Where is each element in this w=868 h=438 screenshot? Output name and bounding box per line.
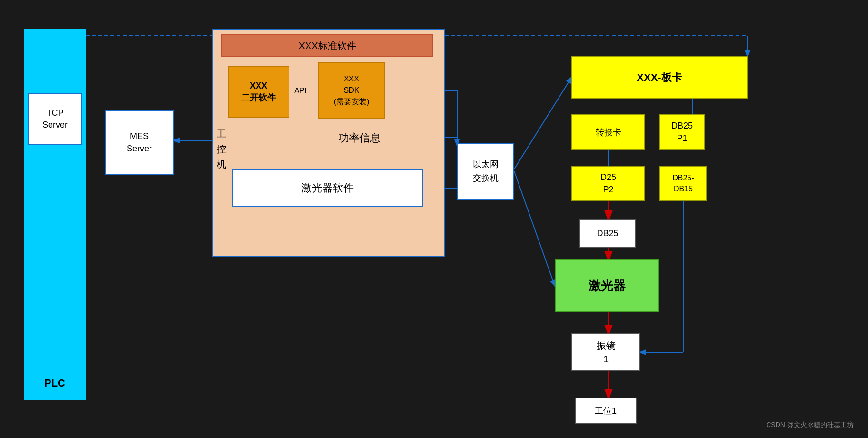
board-card-box: XXX-板卡 — [571, 56, 748, 99]
sdk-box: XXXSDK(需要安装) — [318, 62, 385, 119]
adapter-card-box: 转接卡 — [571, 114, 645, 150]
db25db15-label: DB25-DB15 — [672, 173, 694, 194]
power-info-label: 功率信息 — [339, 131, 380, 145]
laser-software-box: 激光器软件 — [232, 169, 423, 207]
eth-switch-label: 以太网交换机 — [473, 158, 499, 185]
dev-software-label: XXX二开软件 — [241, 80, 276, 104]
db25-connector-box: DB25 — [579, 219, 636, 248]
laser-software-label: 激光器软件 — [301, 181, 354, 195]
adapter-card-label: 转接卡 — [596, 127, 621, 138]
sdk-label: XXXSDK(需要安装) — [334, 73, 369, 108]
svg-line-12 — [514, 171, 555, 286]
workstation-label: 工位1 — [595, 405, 617, 417]
tcp-server-box: TCPServer — [28, 93, 82, 145]
laser-label: 激光器 — [589, 278, 626, 294]
plc-label: PLC — [44, 377, 65, 389]
db25p1-label: DB25P1 — [671, 120, 693, 144]
mes-server-label: MESServer — [127, 130, 152, 154]
std-software-bar: XXX标准软件 — [221, 34, 433, 57]
db25p1-box: DB25P1 — [659, 114, 705, 150]
eth-switch-box: 以太网交换机 — [457, 143, 514, 200]
galvo-box: 振镜1 — [571, 333, 640, 371]
ipc-label: 工控机 — [217, 126, 226, 172]
workstation-box: 工位1 — [575, 398, 637, 424]
d25p2-box: D25P2 — [571, 166, 645, 201]
d25p2-label: D25P2 — [600, 171, 616, 195]
db25db15-box: DB25-DB15 — [659, 166, 707, 201]
galvo-label: 振镜1 — [597, 339, 616, 366]
svg-line-11 — [514, 78, 571, 169]
laser-box: 激光器 — [555, 259, 659, 312]
tcp-server-label: TCPServer — [42, 107, 68, 131]
mes-server-box: MESServer — [105, 110, 174, 175]
db25-connector-label: DB25 — [597, 229, 618, 239]
plc-box: PLC — [24, 29, 86, 400]
board-card-label: XXX-板卡 — [637, 70, 682, 85]
watermark: CSDN @文火冰糖的硅基工坊 — [766, 421, 854, 429]
api-label: API — [294, 87, 307, 95]
diagram: PLC TCPServer MESServer XXX标准软件 XXX二开软件 … — [0, 0, 868, 438]
dev-software-box: XXX二开软件 — [228, 66, 289, 118]
std-software-label: XXX标准软件 — [299, 40, 356, 52]
power-info-box: 功率信息 — [295, 124, 424, 152]
